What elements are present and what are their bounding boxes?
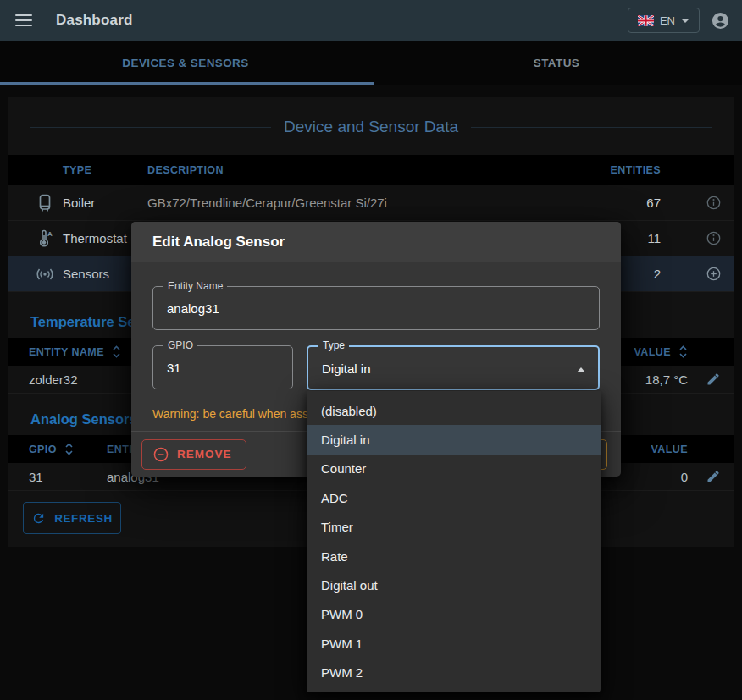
edit-icon[interactable] [693, 470, 734, 483]
devices-table-header: TYPE DESCRIPTION ENTITIES [8, 155, 734, 185]
col-type: TYPE [63, 164, 147, 176]
thermostat-icon: A [27, 229, 63, 248]
sort-icon [64, 443, 74, 455]
entity-name-label: Entity Name [163, 280, 227, 292]
option-adc[interactable]: ADC [307, 483, 601, 512]
gpio-field[interactable]: GPIO 31 [152, 345, 293, 389]
col-entities: ENTITIES [591, 164, 693, 176]
option-pwm-0[interactable]: PWM 0 [307, 600, 601, 629]
circle-minus-icon [153, 447, 169, 462]
language-selector[interactable]: EN [628, 8, 700, 33]
option-counter[interactable]: Counter [307, 455, 601, 483]
type-select[interactable]: Type Digital in [307, 345, 600, 390]
section-title-row: Device and Sensor Data [8, 97, 734, 150]
type-options-menu: (disabled) Digital in Counter ADC Timer … [307, 391, 601, 692]
active-tab-indicator [0, 82, 374, 85]
option-pwm-2[interactable]: PWM 2 [307, 659, 601, 687]
language-label: EN [660, 14, 675, 27]
col-gpio-sort[interactable]: GPIO [29, 443, 107, 455]
option-disabled[interactable]: (disabled) [307, 396, 601, 425]
add-icon[interactable] [693, 267, 734, 281]
svg-text:A: A [47, 230, 53, 238]
tab-bar: DEVICES & SENSORS STATUS [0, 41, 742, 85]
edit-icon[interactable] [693, 372, 734, 386]
account-icon[interactable] [711, 11, 730, 30]
sort-icon [112, 345, 121, 358]
remove-button[interactable]: REMOVE [141, 439, 246, 470]
entity-name-field[interactable]: Entity Name analog31 [152, 286, 600, 330]
refresh-icon [31, 511, 46, 526]
device-entities: 67 [591, 196, 693, 210]
divider [30, 127, 271, 128]
option-pwm-1[interactable]: PWM 1 [307, 629, 601, 658]
dialog-title: Edit Analog Sensor [152, 234, 285, 251]
type-value: Digital in [308, 347, 598, 376]
divider [471, 127, 712, 128]
info-icon[interactable] [693, 196, 734, 210]
table-row-boiler[interactable]: Boiler GBx72/Trendline/Cerapur/Greenstar… [8, 185, 734, 221]
tab-status[interactable]: STATUS [371, 41, 742, 85]
option-digital-out[interactable]: Digital out [307, 570, 601, 599]
option-rate[interactable]: Rate [307, 542, 601, 570]
type-label: Type [318, 339, 349, 351]
device-description: GBx72/Trendline/Cerapur/Greenstar Si/27i [147, 196, 591, 210]
device-type: Boiler [63, 196, 147, 210]
sort-icon [678, 345, 688, 358]
tab-devices-sensors[interactable]: DEVICES & SENSORS [0, 41, 371, 85]
top-app-bar: Dashboard EN [0, 0, 742, 41]
chevron-up-icon [577, 367, 585, 372]
boiler-icon [27, 194, 63, 212]
app-title: Dashboard [56, 12, 133, 29]
gpio-label: GPIO [163, 339, 197, 351]
option-timer[interactable]: Timer [307, 513, 601, 542]
uk-flag-icon [638, 15, 654, 26]
info-icon[interactable] [693, 231, 734, 245]
option-digital-in[interactable]: Digital in [307, 425, 601, 454]
page-title: Device and Sensor Data [284, 118, 458, 136]
chevron-down-icon [681, 19, 689, 23]
refresh-button[interactable]: REFRESH [23, 502, 121, 534]
gpio-value: 31 [29, 470, 107, 484]
menu-icon[interactable] [15, 14, 32, 26]
sensors-icon [27, 267, 63, 282]
col-description: DESCRIPTION [147, 164, 591, 176]
dialog-header: Edit Analog Sensor [131, 222, 621, 262]
